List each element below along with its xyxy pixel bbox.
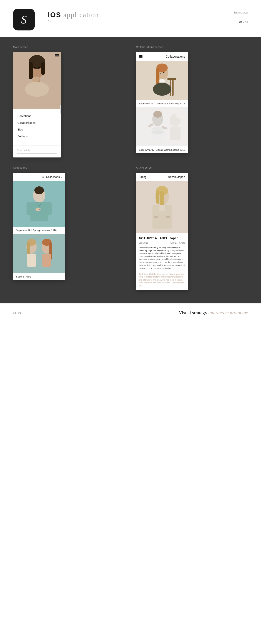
main-screen-col: Main screen xyxy=(13,46,125,158)
main-phone-image xyxy=(13,52,61,109)
header-right: Supera app 07 / 08 xyxy=(234,9,248,24)
page-separator: / xyxy=(243,21,244,24)
screens-top-row: Main screen xyxy=(13,46,248,158)
main-dark-section: Main screen xyxy=(0,37,261,304)
collections-caption-2: Supera: Twins xyxy=(13,273,65,280)
collab-image-1 xyxy=(136,61,188,100)
svg-point-19 xyxy=(163,72,164,73)
svg-rect-56 xyxy=(156,191,160,204)
svg-point-30 xyxy=(151,130,164,134)
scroll-indicator[interactable] xyxy=(60,105,61,114)
footer: 08 / 08 Visual strategy interactive prot… xyxy=(0,304,261,322)
svg-point-17 xyxy=(153,83,171,96)
svg-point-40 xyxy=(39,206,40,207)
chevron-down-icon: ∨ xyxy=(61,176,62,178)
svg-point-8 xyxy=(34,67,36,68)
collab-screen-phone: Collaborations xyxy=(136,52,188,153)
svg-rect-59 xyxy=(154,216,158,218)
svg-rect-20 xyxy=(160,80,165,82)
menu-item-collections[interactable]: Collections xyxy=(18,113,56,120)
hamburger-line xyxy=(139,56,142,57)
header-title: IOS application xyxy=(48,11,234,19)
footer-title-area: Visual strategy interactive prototype xyxy=(179,310,248,316)
hamburger-line xyxy=(139,58,142,58)
hamburger-line xyxy=(55,56,59,56)
svg-rect-47 xyxy=(27,254,36,267)
svg-rect-23 xyxy=(170,127,180,140)
collab-caption-2: Supera vs J&J: Classic woman spring 2016 xyxy=(136,146,188,153)
collab-caption-1: Supera vs J&J: Classic woman spring 2016 xyxy=(136,100,188,107)
application-light: application xyxy=(61,11,99,19)
svg-point-6 xyxy=(25,82,49,97)
svg-rect-60 xyxy=(166,216,170,218)
svg-rect-12 xyxy=(172,78,174,96)
collections-phone: All Collections ∨ xyxy=(13,173,65,280)
screens-bottom-row: Collections All Collections ∨ xyxy=(13,166,248,290)
article-header-bar: < Blog Now in Japan xyxy=(136,173,188,181)
hamburger-line xyxy=(16,176,20,176)
hamburger-icon-main[interactable] xyxy=(55,54,59,57)
hamburger-line xyxy=(16,178,20,178)
header-subtitle: 01 xyxy=(48,20,234,23)
collections-label: Collections xyxy=(13,166,125,169)
article-actions: Like 13 Share xyxy=(170,242,185,244)
back-link[interactable]: < Blog xyxy=(139,176,146,178)
svg-rect-61 xyxy=(160,205,165,211)
menu-item-collaborations[interactable]: Collaborations xyxy=(18,120,56,126)
svg-point-42 xyxy=(39,212,40,212)
article-phone: < Blog Now in Japan xyxy=(136,173,188,290)
menu-area: Collections Collaborations Blog Settings xyxy=(13,109,61,144)
collab-image-2 xyxy=(136,107,188,146)
collections-hamburger-icon[interactable] xyxy=(16,176,20,178)
ios-bold: IOS xyxy=(48,11,61,19)
menu-item-blog[interactable]: Blog xyxy=(18,126,56,133)
article-title-header: Now in Japan xyxy=(168,175,185,178)
collections-col: Collections All Collections ∨ xyxy=(13,166,125,290)
article-date: July 2016 xyxy=(139,242,148,244)
app-logo: S xyxy=(13,9,35,30)
collab-phone-header: Collaborations xyxy=(136,52,188,61)
article-meta: July 2016 Like 13 Share xyxy=(139,242,185,244)
collections-image-1 xyxy=(13,181,65,227)
svg-point-35 xyxy=(34,186,44,194)
svg-point-41 xyxy=(39,209,40,210)
article-text-rest: My family has been running a tourism ori… xyxy=(139,250,185,269)
svg-point-18 xyxy=(160,73,161,74)
menu-item-settings[interactable]: Settings xyxy=(18,133,56,140)
svg-rect-4 xyxy=(41,62,45,75)
collections-caption-1: Supera vs J&J: Spring - summer 2016 xyxy=(13,227,65,234)
like-count[interactable]: Like 13 xyxy=(170,242,178,244)
header: S IOS application 01 Supera app 07 / 08 xyxy=(0,0,261,37)
collections-image-2 xyxy=(13,234,65,273)
article-screen-label: Article screen xyxy=(136,166,248,169)
svg-rect-13 xyxy=(168,78,176,80)
svg-rect-38 xyxy=(47,202,52,215)
all-collections-dropdown[interactable]: All Collections ∨ xyxy=(42,175,62,178)
article-text: I was always looking for imaginative way… xyxy=(139,246,185,287)
svg-point-27 xyxy=(153,111,162,118)
article-main-title: NOT JUST A LABEL. Japan xyxy=(139,236,185,240)
main-screen-label: Main screen xyxy=(13,46,125,49)
all-collections-label: All Collections xyxy=(42,175,60,178)
svg-rect-51 xyxy=(42,254,51,267)
main-screen-phone: Collections Collaborations Blog Settings… xyxy=(13,52,61,158)
footer-page-number: 08 / 08 xyxy=(13,311,21,314)
article-content: NOT JUST A LABEL. Japan July 2016 Like 1… xyxy=(136,233,188,290)
collab-screen-label: Collaborations screen xyxy=(136,46,248,49)
cart-text: Your cart: 0 xyxy=(18,149,30,152)
cart-area: Your cart: 0 xyxy=(13,145,61,158)
svg-point-9 xyxy=(38,67,40,68)
article-image xyxy=(136,181,188,233)
collab-hamburger-icon[interactable] xyxy=(139,55,142,58)
page-current: 07 xyxy=(239,21,242,24)
hamburger-line xyxy=(55,54,59,55)
supera-app-label: Supera app xyxy=(234,11,248,14)
article-col: Article screen < Blog Now in Japan xyxy=(136,166,248,290)
share-button[interactable]: Share xyxy=(179,242,185,244)
page-total: 08 xyxy=(245,21,248,24)
hamburger-line xyxy=(55,56,59,57)
svg-rect-52 xyxy=(36,246,42,267)
collections-header-bar: All Collections ∨ xyxy=(13,173,65,181)
article-text-p2: Back then, it felt like there was an int… xyxy=(139,273,184,287)
footer-title: Visual strategy xyxy=(179,310,207,315)
